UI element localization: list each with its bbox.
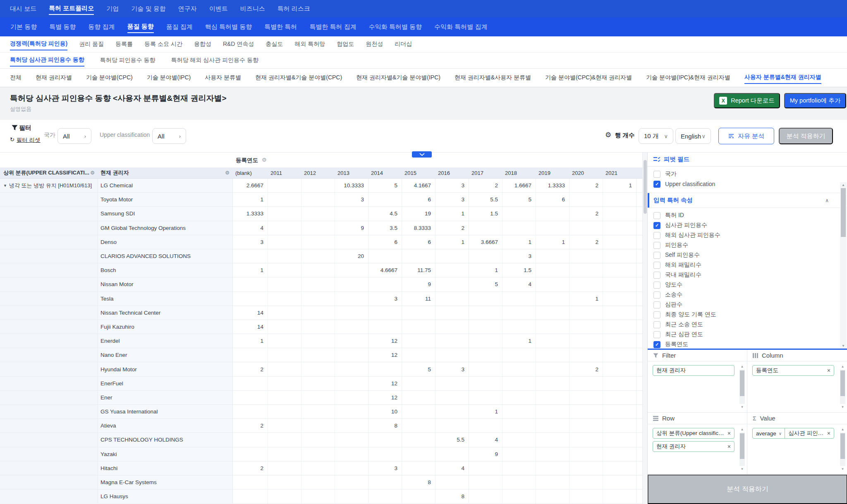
- nav-category-item[interactable]: 충실도: [266, 38, 283, 50]
- checkbox-unchecked[interactable]: [653, 252, 660, 259]
- filter-panel-scrollbar[interactable]: ▲ ▼: [739, 365, 745, 409]
- scroll-up-icon[interactable]: ▲: [840, 428, 846, 431]
- pivot-field-item[interactable]: 소송수: [648, 290, 847, 300]
- nav-sub-item[interactable]: 품질 동향: [127, 21, 154, 33]
- aggregation-dropdown[interactable]: average∨: [756, 428, 785, 438]
- language-dropdown[interactable]: English ∨: [675, 128, 711, 144]
- pivot-field-item[interactable]: 해외 심사관 피인용수: [648, 230, 847, 240]
- checkbox-unchecked[interactable]: [653, 232, 660, 239]
- nav-sub-item[interactable]: 수익화 특허별 집계: [434, 21, 487, 33]
- column-settings-gear-icon[interactable]: ⚙: [90, 170, 95, 176]
- fields-scrollbar[interactable]: ▲ ▼: [840, 182, 847, 349]
- checkbox-unchecked[interactable]: [653, 242, 660, 249]
- free-analysis-button[interactable]: 자유 분석: [718, 128, 774, 144]
- pivot-field-item[interactable]: 최종 양도 기록 연도: [648, 310, 847, 320]
- checkbox-unchecked[interactable]: [653, 262, 660, 269]
- apply-analysis-button-bottom[interactable]: 분석 적용하기: [648, 475, 847, 504]
- nav-views-item[interactable]: 기술 분야별(CPC)&현재 권리자별: [545, 72, 632, 84]
- nav-top-item[interactable]: 비즈니스: [240, 3, 265, 14]
- filter-reset-button[interactable]: 필터 리셋: [17, 136, 41, 144]
- checkbox-unchecked[interactable]: [653, 331, 660, 338]
- row-count-gear-icon[interactable]: ⚙: [605, 131, 611, 139]
- scroll-down-icon[interactable]: ▼: [739, 405, 745, 409]
- nav-top-item[interactable]: 이벤트: [209, 3, 228, 14]
- nav-sub-item[interactable]: 기본 동향: [10, 21, 37, 33]
- nav-sub-item[interactable]: 특별 동향: [49, 21, 76, 33]
- pivot-field-item[interactable]: Self 피인용수: [648, 250, 847, 260]
- scroll-up-icon[interactable]: ▲: [739, 365, 745, 368]
- checkbox-unchecked[interactable]: [653, 311, 660, 318]
- nav-trend-item[interactable]: 특허당 해외 심사관 피인용수 동향: [171, 55, 258, 66]
- nav-top-item[interactable]: 기술 및 융합: [131, 3, 165, 14]
- nav-top-item[interactable]: 대시 보드: [10, 3, 36, 14]
- remove-chip-icon[interactable]: ×: [727, 430, 731, 437]
- scrollbar-thumb[interactable]: [840, 370, 845, 396]
- country-filter-dropdown[interactable]: All ›: [57, 128, 91, 144]
- apply-analysis-button-top[interactable]: 분석 적용하기: [779, 128, 833, 144]
- pivot-field-item[interactable]: 최근 소송 연도: [648, 320, 847, 330]
- checkbox-unchecked[interactable]: [653, 291, 660, 299]
- field-chip[interactable]: 현재 권리자: [653, 365, 735, 376]
- nav-category-item[interactable]: 협업도: [337, 38, 354, 50]
- scroll-up-icon[interactable]: ▲: [840, 183, 847, 187]
- checkbox-unchecked[interactable]: [653, 282, 660, 289]
- scroll-down-icon[interactable]: ▼: [840, 467, 846, 471]
- pivot-field-item[interactable]: ✓심사관 피인용수: [648, 220, 847, 230]
- scrollbar-thumb[interactable]: [740, 433, 744, 459]
- nav-views-item[interactable]: 기술 분야별(CPC): [86, 72, 133, 84]
- scrollbar-thumb[interactable]: [740, 370, 744, 396]
- nav-views-item[interactable]: 전체: [10, 72, 22, 84]
- checkbox-checked[interactable]: ✓: [653, 341, 660, 348]
- table-vertical-scrollbar[interactable]: [642, 153, 647, 504]
- value-panel-scrollbar[interactable]: ▲ ▼: [840, 428, 846, 471]
- remove-chip-icon[interactable]: ×: [727, 443, 731, 450]
- nav-top-item[interactable]: 기업: [106, 3, 119, 14]
- field-chip[interactable]: 현재 권리자×: [653, 441, 735, 452]
- nav-category-item[interactable]: 원천성: [366, 38, 383, 50]
- nav-views-item[interactable]: 기술 분야별(IPC)&현재 권리자별: [646, 72, 730, 84]
- column-panel-scrollbar[interactable]: ▲ ▼: [840, 365, 846, 409]
- field-chip[interactable]: 상위 분류(Upper classificati...×: [653, 428, 735, 439]
- pivot-field-item[interactable]: 양도수: [648, 280, 847, 290]
- column-group-gear-icon[interactable]: ⚙: [262, 157, 267, 163]
- collapse-triangle-icon[interactable]: ▼: [3, 184, 7, 188]
- checkbox-unchecked[interactable]: [653, 321, 660, 328]
- checkbox-checked[interactable]: ✓: [653, 222, 660, 229]
- report-download-button[interactable]: X Report 다운로드: [714, 93, 780, 108]
- nav-views-item[interactable]: 현재 권리자별&사용자 분류별: [455, 72, 531, 84]
- add-to-portfolio-button[interactable]: My portfolio에 추가: [784, 93, 846, 108]
- nav-category-item[interactable]: 등록률: [115, 38, 133, 50]
- scroll-down-icon[interactable]: ▼: [840, 344, 847, 348]
- field-chip[interactable]: average∨심사관 피인용수×: [752, 428, 834, 439]
- filter-collapse-tab[interactable]: [412, 151, 432, 158]
- pivot-field-item[interactable]: 국가: [648, 169, 847, 179]
- nav-trend-item[interactable]: 특허당 피인용수 동향: [100, 55, 156, 66]
- nav-views-item[interactable]: 현재 권리자별&기술 분야별(CPC): [255, 72, 342, 84]
- scrollbar-thumb[interactable]: [840, 433, 845, 459]
- nav-top-item[interactable]: 특허 포트폴리오: [49, 3, 94, 15]
- nav-category-item[interactable]: 리더십: [395, 38, 412, 50]
- checkbox-checked[interactable]: ✓: [653, 181, 660, 188]
- scroll-up-icon[interactable]: ▲: [840, 365, 846, 368]
- nav-trend-item[interactable]: 특허당 심사관 피인용수 동향: [10, 54, 84, 67]
- pivot-field-item[interactable]: 해외 패밀리수: [648, 260, 847, 270]
- pivot-field-item[interactable]: 특허 ID: [648, 210, 847, 220]
- fields-scrollbar-thumb[interactable]: [841, 188, 846, 237]
- nav-top-item[interactable]: 연구자: [178, 3, 197, 14]
- pivot-field-item[interactable]: 최근 심판 연도: [648, 330, 847, 339]
- nav-category-item[interactable]: 융합성: [194, 38, 211, 50]
- column-settings-gear-icon[interactable]: ⚙: [225, 170, 230, 176]
- scroll-up-icon[interactable]: ▲: [739, 428, 745, 431]
- nav-views-item[interactable]: 기술 분야별(IPC): [147, 72, 191, 84]
- pivot-field-item[interactable]: ✓Upper classification: [648, 179, 847, 189]
- nav-category-item[interactable]: 등록 소요 시간: [144, 38, 182, 50]
- nav-sub-item[interactable]: 핵심 특허별 동향: [205, 21, 252, 33]
- checkbox-unchecked[interactable]: [653, 272, 660, 279]
- checkbox-unchecked[interactable]: [653, 212, 660, 219]
- row-panel-scrollbar[interactable]: ▲ ▼: [739, 428, 745, 471]
- nav-category-item[interactable]: 해외 특허망: [294, 38, 325, 50]
- pivot-field-item[interactable]: ✓등록연도: [648, 339, 847, 349]
- nav-category-item[interactable]: 경쟁력(특허당 피인용): [10, 38, 67, 50]
- nav-sub-item[interactable]: 동향 집계: [88, 21, 115, 33]
- nav-top-item[interactable]: 특허 리스크: [278, 3, 310, 14]
